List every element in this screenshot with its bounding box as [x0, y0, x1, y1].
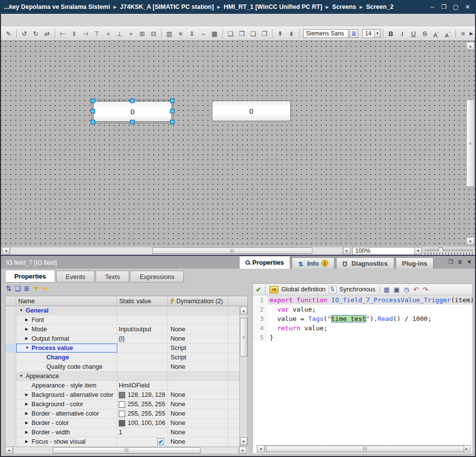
js-global-definition-icon[interactable]: JS — [270, 286, 278, 293]
format-paintbrush-icon[interactable]: ✎ — [3, 28, 14, 38]
stretch-vertical-icon[interactable]: ⇕ — [187, 28, 197, 38]
tab-plugins[interactable]: Plug-ins — [396, 257, 434, 269]
horizontal-scroll-track[interactable] — [265, 445, 463, 453]
expand-arrow-icon[interactable]: ▶ — [25, 400, 32, 409]
property-row[interactable]: ▶Background - alternative color128, 128,… — [5, 390, 239, 400]
scroll-left-icon[interactable]: ◄ — [257, 445, 265, 453]
sort-icon[interactable]: ⇅ — [6, 284, 12, 292]
expand-arrow-icon[interactable]: ▶ — [25, 428, 32, 437]
horizontal-scroll-thumb[interactable] — [152, 247, 312, 254]
static-value-cell[interactable] — [117, 344, 168, 352]
property-row[interactable]: ▶Focus - show visual✔None — [5, 437, 239, 447]
static-value-cell[interactable] — [117, 372, 168, 381]
synchronous-label[interactable]: Synchronous — [340, 286, 375, 293]
equal-height-icon[interactable]: ≡ — [175, 28, 186, 38]
collapse-arrow-icon[interactable]: ▼ — [19, 306, 26, 315]
flip-icon[interactable]: ⇄ — [42, 28, 52, 38]
resize-handle-ne[interactable] — [170, 99, 174, 103]
static-value-cell[interactable] — [117, 362, 168, 371]
italic-button[interactable]: I — [397, 28, 408, 38]
strikethrough-button[interactable]: S — [420, 28, 430, 38]
checkbox-checked-icon[interactable]: ✔ — [157, 438, 164, 445]
property-row[interactable]: Appearance - style itemHmiIOField — [5, 381, 239, 390]
horizontal-scroll-thumb[interactable] — [266, 446, 464, 452]
expand-arrow-icon[interactable]: ▶ — [25, 334, 32, 343]
dynamization-cell[interactable]: None — [168, 362, 228, 371]
properties-horizontal-scrollbar[interactable]: ◄ ► — [5, 446, 248, 454]
property-row[interactable]: ▶Border - width1None — [5, 428, 239, 437]
dynamization-cell[interactable] — [168, 372, 228, 381]
property-row[interactable]: ▶Border - color100, 100, 106None — [5, 419, 239, 428]
restore-button[interactable]: ❐ — [441, 3, 447, 10]
io-field-2[interactable]: 0 — [212, 101, 291, 121]
expand-arrow-icon[interactable]: ▶ — [25, 419, 32, 427]
align-center-icon[interactable]: ‖ — [69, 28, 79, 38]
rotate-right-icon[interactable]: ↻ — [31, 28, 41, 38]
resize-handle-e[interactable] — [170, 109, 174, 113]
expand-arrow-icon[interactable]: ▶ — [25, 437, 32, 446]
bold-button[interactable]: B — [386, 28, 396, 38]
dynamization-column-header[interactable]: Dynamization (2) — [168, 296, 228, 306]
screen-canvas[interactable]: 0 0 ▲ ≡ ▼ — [1, 41, 475, 246]
tab-diagnostics[interactable]: Diagnostics — [336, 257, 394, 269]
subtab-expressions[interactable]: Expressions — [130, 271, 184, 282]
resize-handle-w[interactable] — [91, 109, 95, 113]
dynamization-cell[interactable]: None — [168, 325, 228, 334]
scroll-left-icon[interactable]: ◄ — [5, 447, 13, 454]
dynamization-cell[interactable] — [168, 381, 228, 390]
color-swatch[interactable] — [119, 411, 125, 417]
static-value-cell[interactable]: 255, 255, 255 — [117, 400, 168, 409]
fit-height-icon[interactable]: ⊟ — [148, 28, 159, 38]
font-list-icon[interactable]: ≣ — [349, 29, 358, 38]
bring-to-front-icon[interactable]: ❏ — [225, 28, 236, 38]
resize-handle-sw[interactable] — [91, 120, 95, 124]
dynamization-cell[interactable]: Script — [168, 353, 228, 362]
canvas-horizontal-scrollbar[interactable]: ◄ ► — [2, 247, 351, 254]
static-value-cell[interactable]: 100, 100, 106 — [117, 419, 168, 427]
close-button[interactable]: ✕ — [464, 3, 471, 10]
trigger-timer-icon[interactable]: ◷ — [404, 286, 409, 293]
code-line[interactable]: 1export function IO_field_7_ProcessValue… — [253, 295, 473, 305]
static-value-cell[interactable] — [117, 353, 168, 362]
scroll-up-icon[interactable]: ▲ — [240, 307, 247, 315]
horizontal-scroll-track[interactable] — [13, 447, 239, 454]
color-swatch[interactable] — [119, 392, 125, 398]
color-swatch[interactable] — [119, 420, 125, 426]
subtab-events[interactable]: Events — [56, 271, 95, 282]
scroll-down-icon[interactable]: ▼ — [240, 437, 247, 445]
float-panel-icon[interactable]: ❐ — [448, 259, 453, 265]
property-row[interactable]: ▼General — [5, 306, 239, 316]
stretch-horizontal-icon[interactable]: ⇔ — [198, 28, 208, 38]
static-value-cell[interactable] — [117, 306, 168, 315]
code-line[interactable]: 4 return value; — [253, 323, 473, 333]
breadcrumb-item[interactable]: J74KSK_A [SIMATIC PC station] — [120, 3, 214, 10]
script-horizontal-scrollbar[interactable]: ◄ ► — [257, 445, 471, 453]
panel-menu-icon[interactable]: ▼ — [467, 259, 472, 265]
favorites-icon[interactable]: ★ — [42, 284, 49, 292]
scroll-right-icon[interactable]: ► — [343, 247, 351, 254]
size-to-grid-icon[interactable]: ▦ — [209, 28, 220, 38]
expand-arrow-icon[interactable]: ▶ — [25, 409, 32, 418]
snippet-library-icon[interactable]: ▦ — [384, 286, 390, 293]
static-value-cell[interactable]: Input/output — [117, 325, 168, 334]
property-row[interactable]: ▶Font — [5, 316, 239, 325]
underline-button[interactable]: U — [408, 28, 419, 38]
tab-properties[interactable]: Properties — [239, 256, 290, 269]
io-field-selected[interactable]: 0 — [93, 101, 172, 122]
align-left-icon[interactable]: ⊢ — [58, 28, 68, 38]
font-family-select[interactable]: Siemens Sans — [303, 29, 348, 38]
vertical-scroll-thumb[interactable]: ≡ — [240, 318, 247, 356]
chevron-down-icon[interactable]: ▼ — [414, 247, 421, 254]
tab-info[interactable]: Infoi — [292, 257, 335, 269]
subtab-properties[interactable]: Properties — [5, 270, 55, 282]
text-align-button[interactable]: ≡ — [458, 28, 468, 38]
expand-arrow-icon[interactable]: ▶ — [25, 390, 32, 399]
static-value-cell[interactable]: ✔ — [117, 437, 168, 446]
chevron-down-icon[interactable]: ▼ — [374, 30, 380, 37]
dynamization-cell[interactable] — [168, 316, 228, 324]
properties-vertical-scrollbar[interactable]: ▲ ≡ ▼ — [239, 306, 247, 446]
resize-handle-nw[interactable] — [91, 99, 95, 103]
vertical-scroll-thumb[interactable]: ≡ — [466, 100, 475, 187]
property-row[interactable]: ▶ModeInput/outputNone — [5, 325, 239, 334]
filter-icon[interactable]: ▼ — [33, 284, 39, 292]
